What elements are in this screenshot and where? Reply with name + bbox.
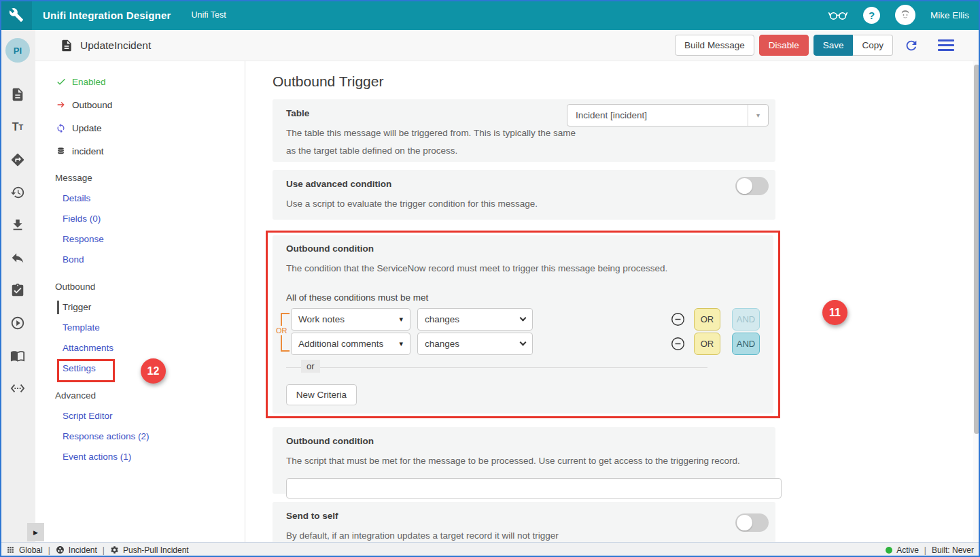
send-to-self-label: Send to self — [286, 511, 762, 521]
refresh-icon[interactable] — [904, 38, 919, 53]
operator-select[interactable]: changes — [417, 308, 533, 331]
remove-condition-icon[interactable] — [671, 312, 685, 326]
send-to-self-toggle[interactable] — [735, 513, 769, 532]
help-icon[interactable]: ? — [863, 7, 880, 24]
document-icon[interactable] — [10, 86, 26, 103]
build-message-button[interactable]: Build Message — [675, 35, 754, 56]
tasks-icon[interactable] — [10, 282, 26, 299]
status-scope[interactable]: Global — [19, 545, 43, 555]
reply-icon[interactable] — [10, 250, 26, 266]
app-title: Unifi Integration Designer — [43, 10, 171, 21]
sidebar-item-event-actions[interactable]: Event actions (1) — [63, 452, 131, 462]
script-condition-input[interactable] — [286, 478, 782, 499]
chevron-down-icon — [520, 315, 527, 322]
annotation-step-12: 12 — [141, 358, 166, 384]
outbound-condition-card: Outbound condition The condition that th… — [273, 235, 773, 413]
or-button[interactable]: OR — [694, 333, 720, 355]
caret-down-icon: ▾ — [399, 339, 403, 348]
script-condition-description: The script that must be met for the mess… — [286, 452, 762, 470]
message-sidebar: Enabled Outbound Update incident Message… — [35, 61, 245, 542]
or-group-label: OR — [275, 326, 289, 335]
main-panel: Outbound Trigger Table The table this me… — [246, 61, 973, 542]
sidebar-section-message: Message — [55, 173, 245, 184]
status-process[interactable]: Incident — [69, 545, 97, 555]
sidebar-item-bond[interactable]: Bond — [63, 254, 84, 265]
table-select[interactable]: Incident [incident] ▾ — [567, 104, 769, 126]
integration-avatar[interactable]: PI — [5, 38, 30, 63]
app-logo[interactable] — [0, 0, 32, 30]
sidebar-item-trigger[interactable]: Trigger — [63, 302, 91, 313]
save-button[interactable]: Save — [813, 35, 854, 56]
scrollbar-thumb[interactable] — [974, 65, 979, 434]
icon-rail: PI TT — [0, 30, 35, 542]
sync-icon — [56, 123, 67, 133]
expand-rail-button[interactable]: ▶ — [27, 523, 44, 541]
advanced-condition-card: Use advanced condition Use a script to e… — [273, 170, 775, 220]
sidebar-status-action[interactable]: Update — [56, 122, 245, 133]
sidebar-item-response-actions[interactable]: Response actions (2) — [63, 431, 150, 442]
remove-condition-icon[interactable] — [671, 337, 685, 351]
user-name[interactable]: Mike Ellis — [930, 10, 969, 20]
download-icon[interactable] — [10, 217, 26, 233]
disable-button[interactable]: Disable — [759, 35, 809, 56]
condition-row: Work notes ▾ changes OR AND — [291, 308, 760, 331]
outbound-condition-label: Outbound condition — [286, 243, 760, 254]
sidebar-item-details[interactable]: Details — [63, 193, 90, 204]
new-criteria-button[interactable]: New Criteria — [286, 384, 357, 405]
script-condition-label: Outbound condition — [286, 436, 762, 446]
send-to-self-description: By default, if an integration updates a … — [286, 527, 762, 542]
send-to-self-card: Send to self By default, if an integrati… — [273, 502, 775, 542]
sidebar-item-attachments[interactable]: Attachments — [63, 343, 113, 354]
message-document-icon — [60, 39, 73, 52]
table-description: The table this message will be triggered… — [286, 124, 762, 160]
play-circle-icon[interactable] — [10, 315, 26, 331]
and-button[interactable]: AND — [732, 308, 760, 331]
scrollbar-track[interactable] — [973, 61, 980, 542]
sidebar-section-advanced: Advanced — [55, 390, 245, 401]
sidebar-item-fields[interactable]: Fields (0) — [63, 214, 101, 224]
status-active: Active — [896, 545, 919, 555]
sidebar-item-template[interactable]: Template — [63, 322, 100, 333]
page-title: Outbound Trigger — [273, 73, 973, 90]
sidebar-item-response[interactable]: Response — [63, 234, 104, 245]
directions-icon[interactable] — [10, 152, 26, 168]
record-header: UpdateIncident Build Message Disable Sav… — [35, 30, 980, 61]
text-fields-icon[interactable]: TT — [10, 119, 26, 135]
sidebar-status-table[interactable]: incident — [56, 146, 245, 156]
menu-icon[interactable] — [938, 39, 954, 51]
outbound-condition-description: The condition that the ServiceNow record… — [286, 260, 760, 277]
script-condition-card: Outbound condition The script that must … — [273, 427, 775, 494]
or-button[interactable]: OR — [694, 308, 720, 331]
advanced-condition-toggle[interactable] — [735, 177, 769, 195]
environment-name[interactable]: Unifi Test — [192, 10, 226, 20]
status-bar: Global | Incident | Push-Pull Incident A… — [0, 542, 980, 557]
sidebar-status-enabled[interactable]: Enabled — [56, 76, 245, 87]
chevron-down-icon — [520, 339, 527, 346]
condition-builder: OR Work notes ▾ changes OR AND — [291, 308, 760, 355]
caret-down-icon[interactable]: ▾ — [748, 105, 768, 126]
sidebar-item-script-editor[interactable]: Script Editor — [63, 411, 113, 422]
history-icon[interactable] — [10, 184, 26, 201]
annotation-step-11: 11 — [822, 300, 847, 325]
copy-button[interactable]: Copy — [853, 35, 893, 56]
field-select[interactable]: Work notes ▾ — [291, 308, 410, 331]
gear-icon — [110, 545, 119, 554]
advanced-condition-description: Use a script to evaluate the trigger con… — [286, 195, 762, 213]
and-button[interactable]: AND — [732, 333, 760, 355]
wrench-icon — [9, 7, 24, 22]
field-select[interactable]: Additional comments ▾ — [291, 333, 410, 355]
database-icon — [56, 146, 67, 156]
table-select-value: Incident [incident] — [567, 110, 748, 120]
sidebar-section-outbound: Outbound — [55, 282, 245, 292]
annotation-highlight-box: Outbound condition The condition that th… — [266, 231, 780, 418]
status-integration[interactable]: Push-Pull Incident — [123, 545, 189, 555]
or-divider: or — [286, 367, 707, 368]
code-icon[interactable] — [10, 380, 26, 396]
operator-select[interactable]: changes — [417, 333, 533, 355]
user-avatar[interactable] — [895, 5, 915, 25]
status-built: Built: Never — [932, 545, 974, 555]
glasses-icon[interactable] — [828, 10, 848, 20]
sidebar-status-direction[interactable]: Outbound — [56, 99, 245, 110]
arrow-right-icon — [56, 99, 67, 110]
documentation-icon[interactable] — [10, 348, 26, 364]
